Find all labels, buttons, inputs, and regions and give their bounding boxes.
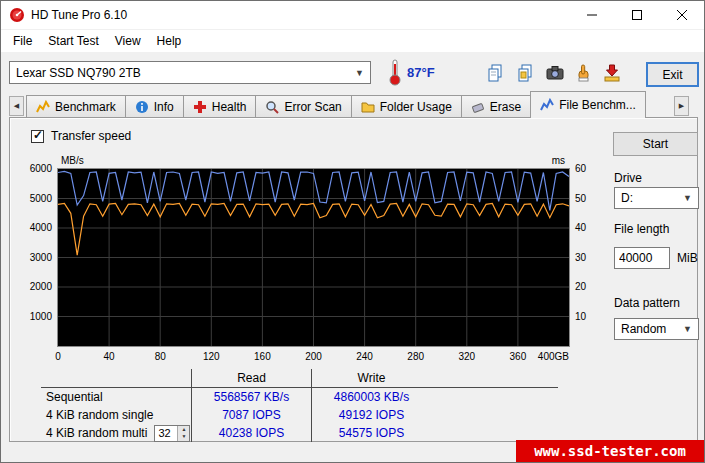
window-controls xyxy=(569,1,704,29)
tab-scroll-right[interactable]: ▶ xyxy=(674,96,689,116)
stepper-arrows[interactable]: ▲▼ xyxy=(177,426,189,441)
watermark: www.ssd-tester.com xyxy=(516,440,704,462)
x-axis-tick: 280 xyxy=(396,351,436,363)
read-column-header: Read xyxy=(191,369,311,387)
camera-icon xyxy=(544,62,566,84)
y-axis-left-tick: 3000 xyxy=(18,252,52,264)
toolbar: Lexar SSD NQ790 2TB ▼ 87°F xyxy=(1,52,704,92)
queue-depth-input[interactable] xyxy=(155,426,177,441)
sequential-write-value: 4860003 KB/s xyxy=(311,388,431,406)
y-axis-left-tick: 1000 xyxy=(18,311,52,323)
file-length-unit: MiB xyxy=(677,251,698,265)
benchmark-icon xyxy=(36,100,50,114)
menu-start-test[interactable]: Start Test xyxy=(40,31,106,51)
start-button[interactable]: Start xyxy=(613,132,698,156)
temperature-value: 87°F xyxy=(407,65,435,80)
hand-icon xyxy=(572,62,594,84)
eraser-icon xyxy=(471,100,485,114)
y-axis-right-tick: 50 xyxy=(575,193,599,205)
tab-strip: Benchmark Info Health Error Scan Folder … xyxy=(27,91,646,118)
x-axis-tick: 40 xyxy=(89,351,129,363)
copy-icon xyxy=(484,62,506,84)
sequential-read-value: 5568567 KB/s xyxy=(191,388,311,406)
random-single-read-value: 7087 IOPS xyxy=(191,406,311,424)
drive-label: Drive xyxy=(614,171,642,185)
y-axis-right-tick: 40 xyxy=(575,222,599,234)
close-button[interactable] xyxy=(659,1,704,29)
tab-label: Info xyxy=(154,100,174,114)
minimize-button[interactable] xyxy=(569,1,614,29)
maximize-button[interactable] xyxy=(614,1,659,29)
y-axis-right-unit: ms xyxy=(545,155,565,166)
y-axis-right-tick: 20 xyxy=(575,281,599,293)
app-icon xyxy=(9,7,25,23)
tab-benchmark[interactable]: Benchmark xyxy=(26,95,126,118)
random-multi-read-value: 40238 IOPS xyxy=(191,424,311,442)
drive-select[interactable]: Lexar SSD NQ790 2TB ▼ xyxy=(9,61,371,84)
tab-erase[interactable]: Erase xyxy=(461,95,531,118)
tab-health[interactable]: Health xyxy=(183,95,257,118)
folder-icon xyxy=(361,100,375,114)
chevron-down-icon: ▼ xyxy=(677,324,692,334)
queue-depth-stepper[interactable]: ▲▼ xyxy=(154,425,190,442)
results-header-row: Read Write xyxy=(41,369,558,388)
x-axis-tick: 400GB xyxy=(521,351,569,363)
stepper-up-icon[interactable]: ▲ xyxy=(178,426,189,434)
transfer-speed-checkbox[interactable]: ✓ xyxy=(31,130,44,143)
benchmark-chart: 6000500040003000200010006050403020100408… xyxy=(58,169,569,346)
tab-label: Folder Usage xyxy=(380,100,452,114)
checkmark-icon: ✓ xyxy=(33,128,43,142)
copy-text-button[interactable] xyxy=(481,59,508,86)
tab-error-scan[interactable]: Error Scan xyxy=(255,95,351,118)
row-label-text: 4 KiB random multi xyxy=(46,426,147,440)
menu-view[interactable]: View xyxy=(107,31,149,51)
x-axis-tick: 240 xyxy=(345,351,385,363)
menu-file[interactable]: File xyxy=(5,31,40,51)
tab-folder-usage[interactable]: Folder Usage xyxy=(351,95,462,118)
chevron-down-icon: ▼ xyxy=(349,68,364,78)
x-axis-tick: 200 xyxy=(294,351,334,363)
health-cross-icon xyxy=(193,100,207,114)
table-row-random-single: 4 KiB random single 7087 IOPS 49192 IOPS xyxy=(41,406,558,424)
y-axis-right-tick: 10 xyxy=(575,311,599,323)
x-axis-tick: 120 xyxy=(191,351,231,363)
save-results-button[interactable] xyxy=(598,59,625,86)
file-length-input[interactable] xyxy=(614,247,670,269)
tab-scroll-left[interactable]: ◀ xyxy=(9,96,24,116)
menu-help[interactable]: Help xyxy=(149,31,190,51)
file-length-label: File length xyxy=(614,222,669,236)
chevron-down-icon: ▼ xyxy=(677,193,692,203)
copy-image-button[interactable] xyxy=(511,59,538,86)
data-pattern-value: Random xyxy=(621,322,666,336)
transfer-speed-option[interactable]: ✓ Transfer speed xyxy=(31,129,131,143)
data-pattern-select[interactable]: Random ▼ xyxy=(614,318,699,340)
x-axis-tick: 0 xyxy=(38,351,78,363)
file-benchmark-icon xyxy=(540,98,554,112)
drive-letter-select[interactable]: D: ▼ xyxy=(614,187,699,209)
tab-info[interactable]: Info xyxy=(125,95,184,118)
row-label: Sequential xyxy=(41,388,191,406)
transfer-speed-label: Transfer speed xyxy=(51,129,131,143)
data-pattern-label: Data pattern xyxy=(614,296,680,310)
stepper-down-icon[interactable]: ▼ xyxy=(178,433,189,441)
info-icon xyxy=(135,100,149,114)
y-axis-right-tick: 30 xyxy=(575,252,599,264)
tab-file-benchmark[interactable]: File Benchm... xyxy=(530,91,646,118)
y-axis-left-tick: 4000 xyxy=(18,222,52,234)
write-column-header: Write xyxy=(311,369,431,387)
download-icon xyxy=(601,62,623,84)
y-axis-left-tick: 5000 xyxy=(18,193,52,205)
row-label: 4 KiB random single xyxy=(41,406,191,424)
table-row-random-multi: 4 KiB random multi ▲▼ 40238 IOPS 54575 I… xyxy=(41,424,558,442)
drive-select-value: Lexar SSD NQ790 2TB xyxy=(16,66,141,80)
y-axis-left-tick: 2000 xyxy=(18,281,52,293)
random-multi-write-value: 54575 IOPS xyxy=(311,424,431,442)
magnifier-icon xyxy=(265,100,279,114)
benchmark-chart-canvas xyxy=(58,169,569,346)
copy-image-icon xyxy=(514,62,536,84)
screenshot-button[interactable] xyxy=(541,59,568,86)
x-axis-tick: 320 xyxy=(447,351,487,363)
thermometer-icon xyxy=(388,58,402,86)
pointer-button[interactable] xyxy=(569,59,596,86)
exit-button[interactable]: Exit xyxy=(646,62,699,87)
